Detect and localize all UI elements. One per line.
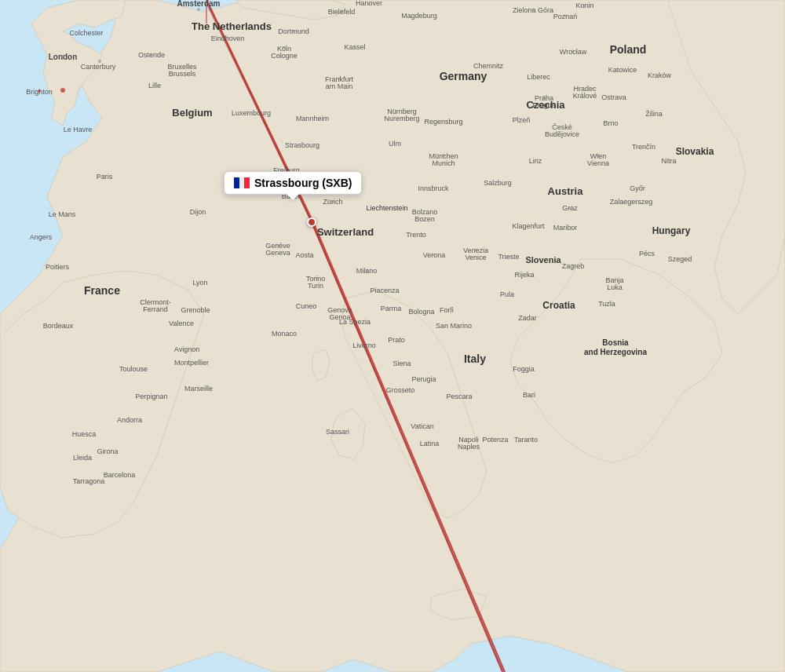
airport-dot[interactable] (307, 217, 316, 227)
svg-point-185 (572, 265, 575, 267)
svg-text:Austria: Austria (548, 185, 584, 197)
svg-text:Naples: Naples (458, 443, 480, 451)
svg-text:Nuremberg: Nuremberg (384, 115, 419, 122)
svg-text:Regensburg: Regensburg (424, 118, 462, 126)
svg-point-172 (442, 154, 445, 157)
svg-text:am Main: am Main (326, 82, 353, 90)
svg-text:Bordeaux: Bordeaux (43, 322, 74, 330)
svg-text:Luxembourg: Luxembourg (232, 109, 271, 117)
airport-popup[interactable]: Strassbourg (SXB) (224, 171, 362, 195)
svg-point-171 (338, 78, 341, 80)
svg-point-173 (597, 154, 600, 157)
svg-text:Trento: Trento (406, 231, 426, 239)
svg-text:Cuneo: Cuneo (296, 302, 317, 310)
airport-label: Strassbourg (SXB) (254, 177, 352, 189)
svg-text:Liechtenstein: Liechtenstein (366, 204, 407, 212)
svg-text:France: France (84, 284, 120, 297)
svg-rect-188 (234, 177, 239, 188)
svg-text:Germany: Germany (440, 70, 487, 82)
svg-text:Hungary: Hungary (652, 225, 691, 236)
svg-text:Vatican: Vatican (411, 422, 433, 430)
svg-text:Szeged: Szeged (668, 255, 692, 263)
svg-text:The Netherlands: The Netherlands (192, 20, 272, 32)
svg-text:Linz: Linz (529, 157, 542, 165)
svg-text:San Marino: San Marino (436, 322, 472, 330)
svg-text:Zalaegerszeg: Zalaegerszeg (610, 198, 653, 206)
svg-text:Geneva: Geneva (265, 249, 290, 257)
france-flag-icon (234, 177, 250, 188)
svg-text:Forlì: Forlì (440, 306, 454, 314)
svg-text:Tarragona: Tarragona (73, 477, 105, 485)
svg-text:La Spezia: La Spezia (339, 318, 371, 326)
svg-point-163 (293, 31, 295, 33)
svg-text:Perpignan: Perpignan (135, 393, 167, 400)
svg-point-169 (354, 46, 356, 49)
svg-text:Trenčín: Trenčín (632, 143, 655, 151)
svg-text:Prague: Prague (532, 101, 555, 109)
svg-text:Venice: Venice (465, 254, 486, 261)
svg-text:Sassari: Sassari (326, 428, 349, 436)
svg-text:Klagenfurt: Klagenfurt (512, 222, 545, 230)
svg-text:Bozen: Bozen (414, 215, 435, 223)
svg-text:Pula: Pula (500, 290, 514, 298)
svg-text:Belgium: Belgium (172, 107, 212, 119)
svg-text:Grosseto: Grosseto (386, 386, 415, 394)
svg-text:Slovenia: Slovenia (525, 255, 561, 265)
svg-text:Avignon: Avignon (174, 345, 199, 353)
svg-rect-190 (244, 177, 250, 188)
svg-point-187 (277, 244, 279, 247)
svg-text:Mannheim: Mannheim (296, 115, 329, 122)
svg-text:Lille: Lille (148, 82, 161, 89)
svg-text:Nitra: Nitra (661, 157, 676, 165)
svg-text:Andorra: Andorra (117, 416, 142, 424)
svg-point-10 (60, 88, 65, 93)
svg-text:Livorno: Livorno (352, 341, 376, 349)
svg-point-161 (341, 11, 343, 13)
svg-text:Slovakia: Slovakia (676, 146, 714, 157)
svg-text:Grenoble: Grenoble (181, 306, 210, 314)
svg-text:Foggia: Foggia (513, 365, 535, 373)
svg-text:Bologna: Bologna (408, 308, 434, 316)
svg-text:Dijon: Dijon (190, 208, 206, 216)
svg-text:Perugia: Perugia (411, 375, 436, 383)
svg-text:Huesca: Huesca (72, 430, 97, 438)
svg-text:Angers: Angers (30, 233, 53, 241)
svg-text:Poitiers: Poitiers (46, 263, 70, 271)
svg-point-180 (316, 277, 318, 279)
svg-text:Bari: Bari (523, 391, 535, 399)
svg-point-165 (532, 9, 535, 11)
svg-text:Montpellier: Montpellier (174, 359, 209, 367)
svg-text:Bosnia: Bosnia (602, 338, 629, 347)
svg-text:Le Mans: Le Mans (49, 210, 76, 218)
svg-text:Siena: Siena (392, 360, 411, 367)
svg-text:Plzeň: Plzeň (513, 116, 531, 124)
svg-point-167 (564, 15, 567, 17)
svg-text:Italy: Italy (464, 352, 486, 365)
svg-text:Žilina: Žilina (645, 110, 663, 118)
svg-text:Cologne: Cologne (271, 52, 298, 60)
svg-text:Luka: Luka (607, 283, 623, 291)
svg-text:Canterbury: Canterbury (81, 63, 116, 71)
svg-text:Parma: Parma (381, 305, 402, 312)
map-svg: The Netherlands Belgium Germany France S… (0, 0, 785, 672)
svg-point-159 (368, 3, 371, 5)
svg-point-184 (508, 256, 510, 258)
svg-text:Budějovice: Budějovice (545, 130, 579, 138)
svg-text:Barcelona: Barcelona (104, 471, 136, 479)
svg-text:Aosta: Aosta (295, 251, 313, 259)
svg-text:Potenza: Potenza (482, 436, 508, 444)
svg-point-175 (104, 175, 106, 177)
svg-text:and Herzegovina: and Herzegovina (584, 348, 647, 356)
svg-point-164 (283, 46, 286, 49)
svg-text:Zadar: Zadar (518, 314, 537, 322)
svg-point-170 (151, 54, 153, 57)
svg-point-181 (366, 270, 368, 272)
svg-text:Ulm: Ulm (389, 140, 401, 148)
svg-text:Piacenza: Piacenza (370, 287, 399, 294)
svg-text:Liberec: Liberec (527, 73, 550, 81)
svg-text:Le Havre: Le Havre (64, 126, 93, 133)
svg-point-8 (197, 8, 200, 11)
svg-point-182 (433, 254, 436, 257)
svg-point-183 (475, 249, 477, 251)
svg-text:Girona: Girona (97, 447, 118, 455)
